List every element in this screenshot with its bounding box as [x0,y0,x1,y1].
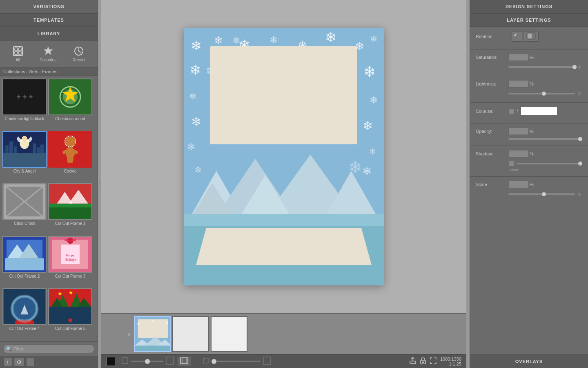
page-large-icon [263,357,271,366]
lib-recent[interactable]: Recent [69,44,89,64]
shadow-checkbox[interactable] [508,161,514,166]
filmstrip-thumb[interactable] [211,316,247,352]
lib-all[interactable]: All [9,44,27,64]
list-item[interactable]: Happy Holidays Cut Out Frame 3 [48,236,92,287]
filmstrip-thumb[interactable] [172,316,209,352]
list-item[interactable]: Cut Out Frame 2 [2,236,47,287]
svg-rect-40 [49,208,91,220]
svg-marker-92 [184,171,249,228]
saturation-slider-row: ⊕ [476,64,582,72]
variations-header[interactable]: VARIATIONS [0,0,98,13]
thumb-label-christmas-lights-black: Christmas lights black [4,117,44,121]
opacity-slider[interactable] [508,138,581,140]
export-button[interactable] [409,357,416,366]
breadcrumb-collections[interactable]: Collections [3,69,25,74]
lightness-reset[interactable]: ⊕ [577,91,582,96]
rotation-label: Rotation: [476,34,508,39]
list-item[interactable]: Cut Out Frame 5 [48,288,92,339]
lib-recent-label: Recent [73,58,86,62]
lib-all-label: All [16,58,20,62]
shadow-input[interactable]: 100 [508,150,529,157]
breadcrumb-sets[interactable]: Sets [29,69,38,74]
shadow-slider-thumb[interactable] [578,162,582,166]
card-design[interactable]: ❄ ❄ ❄ ❄ ❄ ❄ ❄ ❄ ❄ ❄ ❄ ❄ ❄ ❄ ❄ [184,28,384,285]
saturation-slider[interactable] [508,66,575,68]
filter-bar: 🔍 [0,341,98,356]
svg-text:❄: ❄ [348,158,362,176]
svg-text:❄: ❄ [206,65,216,77]
colorize-checkbox[interactable] [508,108,514,114]
thumb-label-cut-out-frame-3: Cut Out Frame 3 [55,274,85,278]
lightness-input[interactable]: 0 [508,80,529,88]
svg-rect-4 [18,52,21,54]
zoom-slider-thumb[interactable] [145,359,150,364]
zoom-small-icon [122,357,128,365]
library-icons: All Favorites Recent [0,40,98,67]
scale-reset[interactable]: ⊕ [577,191,582,197]
settings-button[interactable]: ⚙ [14,358,24,366]
opacity-unit: % [530,129,534,134]
saturation-reset[interactable]: ⊕ [577,64,582,70]
reset-button[interactable] [524,31,539,42]
remove-item-button[interactable]: − [26,358,35,366]
filmstrip-thumb[interactable]: ❄ ❄ ❄ [134,316,171,352]
zoom-large-icon [166,357,174,366]
scale-row: Scale 100 % [476,181,582,188]
colorize-swatch[interactable] [521,107,557,116]
colorize-slash: / [517,108,518,114]
page-slider-thumb[interactable] [212,359,216,364]
saturation-section: Saturation: 100 % ⊕ [470,49,588,76]
svg-rect-18 [37,147,40,153]
list-item[interactable]: Cut Out Frame 1 [48,183,92,234]
list-item[interactable]: City & Angel [2,131,47,182]
list-item[interactable]: Criss-Cross [2,183,47,234]
svg-rect-69 [184,28,384,285]
filmstrip-prev[interactable]: ‹ [126,330,132,338]
scale-input[interactable]: 100 [508,181,529,188]
rotate-left-button[interactable] [512,31,522,42]
opacity-slider-thumb[interactable] [578,137,582,141]
svg-rect-13 [3,153,45,167]
thumb-label-cookie: Cookie [64,169,76,173]
lightness-slider-thumb[interactable] [542,92,546,96]
svg-rect-99 [184,214,384,226]
lib-favorites[interactable]: Favorites [36,44,60,64]
scale-slider[interactable] [508,193,575,195]
view-mode-button[interactable] [177,356,191,366]
list-item[interactable]: Cookie [48,131,92,182]
list-item[interactable]: Christmas round [48,79,92,129]
library-header[interactable]: LIBRARY [0,27,98,40]
svg-rect-19 [40,145,44,153]
list-item[interactable]: ✦✦✦ Christmas lights black [2,79,47,129]
add-item-button[interactable]: + [3,358,12,366]
lightness-slider[interactable] [508,93,575,94]
lock-button[interactable] [420,357,426,366]
zoom-slider[interactable] [131,361,163,362]
saturation-slider-thumb[interactable] [572,65,577,69]
svg-text:❄: ❄ [187,141,196,153]
lib-favorites-label: Favorites [40,58,56,62]
left-divider[interactable]: ⋮ [98,0,101,368]
opacity-input[interactable]: 100 [508,128,529,135]
svg-text:❄: ❄ [233,36,240,45]
shadow-slider[interactable] [517,163,581,164]
thumb-cut-out-frame-1 [48,183,92,220]
page-slider[interactable] [212,361,261,362]
thumb-label-cut-out-frame-4: Cut Out Frame 4 [9,326,40,331]
list-item[interactable]: Cut Out Frame 4 [2,288,47,339]
scale-unit: % [530,182,534,187]
resize-button[interactable] [430,357,437,366]
svg-rect-14 [5,146,9,153]
svg-point-26 [66,147,75,159]
saturation-input[interactable]: 100 [508,54,529,61]
breadcrumb-frames[interactable]: Frames [42,69,57,74]
scale-slider-row: ⊕ [476,191,582,199]
templates-header[interactable]: TEMPLATES [0,13,98,27]
filter-input[interactable] [3,344,94,353]
svg-point-68 [68,318,72,322]
color-picker[interactable] [106,357,115,366]
right-divider[interactable]: ⋮ [466,0,470,368]
svg-rect-125 [528,34,532,38]
scale-slider-thumb[interactable] [542,192,546,196]
svg-rect-114 [166,357,174,364]
